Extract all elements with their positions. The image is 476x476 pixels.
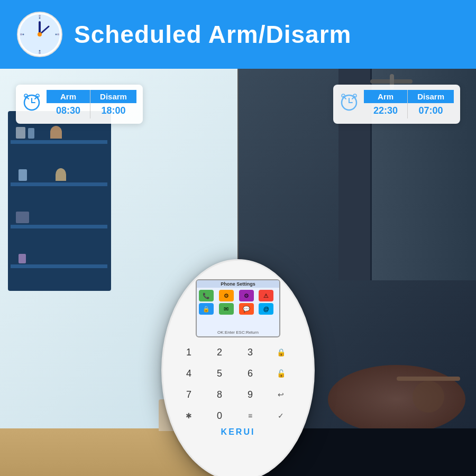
key-lock[interactable]: 🔒 (271, 344, 291, 361)
arm-time-left: 08:30 (47, 103, 90, 118)
device-screen: Phone Settings 📞 ⚙ ⚙ ⚠ 🔒 ✉ 💬 @ OK:Enter … (196, 279, 280, 337)
svg-point-8 (38, 32, 42, 36)
screen-title: Phone Settings (197, 280, 279, 288)
alarm-icon-right (340, 92, 359, 111)
key-3[interactable]: 3 (240, 344, 260, 361)
key-menu[interactable]: ≡ (240, 407, 260, 424)
arm-header-right: Arm (364, 90, 408, 103)
key-4[interactable]: 4 (179, 365, 199, 382)
svg-point-2 (39, 15, 41, 17)
key-0[interactable]: 0 (209, 407, 230, 424)
header: Scheduled Arm/Disarm (0, 0, 476, 69)
screen-icon-msg: 💬 (239, 303, 254, 315)
alarm-icon-left (22, 92, 41, 111)
screen-icon-phone: 📞 (199, 290, 214, 301)
screen-icon-alert: ⚠ (259, 290, 273, 301)
disarm-header-right: Disarm (408, 90, 454, 103)
key-unlock[interactable]: 🔓 (271, 365, 291, 382)
screen-icon-check: ✉ (219, 303, 234, 315)
key-check[interactable]: ✓ (271, 407, 291, 424)
svg-point-12 (23, 34, 24, 35)
key-back[interactable]: ↩ (271, 386, 291, 403)
key-6[interactable]: 6 (240, 365, 260, 382)
svg-point-4 (20, 33, 22, 35)
device-container: Phone Settings 📞 ⚙ ⚙ ⚠ 🔒 ✉ 💬 @ OK:Enter … (161, 259, 315, 476)
main-content: Arm Disarm 08:30 18:00 (0, 69, 476, 476)
disarm-time-left: 18:00 (90, 103, 136, 118)
screen-icon-grid: 📞 ⚙ ⚙ ⚠ 🔒 ✉ 💬 @ (197, 288, 279, 317)
svg-point-5 (57, 33, 59, 35)
header-title: Scheduled Arm/Disarm (74, 20, 351, 49)
arm-header-left: Arm (47, 90, 90, 103)
key-7[interactable]: 7 (179, 386, 199, 403)
schedule-table-left: Arm Disarm 08:30 18:00 (47, 90, 136, 118)
keypad-device: Phone Settings 📞 ⚙ ⚙ ⚠ 🔒 ✉ 💬 @ OK:Enter … (161, 259, 315, 476)
key-9[interactable]: 9 (240, 386, 260, 403)
schedule-card-left: Arm Disarm 08:30 18:00 (16, 85, 143, 124)
screen-footer: OK:Enter ESC:Return (197, 330, 279, 335)
svg-point-11 (39, 50, 41, 52)
brand-label: KERUI (221, 427, 255, 437)
arm-time-right: 22:30 (364, 103, 408, 118)
screen-icon-at: @ (259, 303, 273, 315)
schedule-table-right: Arm Disarm 22:30 07:00 (364, 90, 454, 118)
svg-point-3 (39, 52, 41, 54)
key-5[interactable]: 5 (209, 365, 230, 382)
svg-point-10 (56, 34, 57, 35)
key-8[interactable]: 8 (209, 386, 230, 403)
clock-icon (16, 11, 63, 58)
screen-icon-shield: 🔒 (199, 303, 214, 315)
key-2[interactable]: 2 (209, 344, 230, 361)
svg-point-9 (39, 17, 41, 19)
screen-icon-settings: ⚙ (219, 290, 234, 301)
key-1[interactable]: 1 (179, 344, 199, 361)
screen-icon-gear: ⚙ (239, 290, 254, 301)
schedule-card-right: Arm Disarm 22:30 07:00 (333, 85, 460, 124)
keypad-grid: 1 2 3 🔒 4 5 6 🔓 7 8 9 ↩ ✱ 0 ≡ ✓ (163, 344, 313, 424)
key-star[interactable]: ✱ (179, 407, 199, 424)
disarm-time-right: 07:00 (408, 103, 454, 118)
disarm-header-left: Disarm (90, 90, 136, 103)
